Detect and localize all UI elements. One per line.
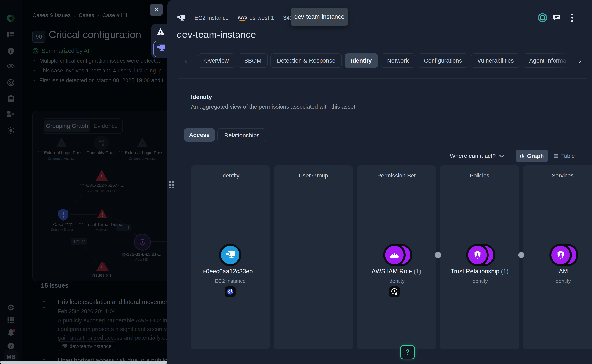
node-type: Identity bbox=[519, 278, 592, 284]
tab-sbom[interactable]: SBOM bbox=[238, 53, 268, 68]
clock-snooze-icon bbox=[391, 288, 398, 295]
divider bbox=[233, 14, 233, 21]
page-title: dev-team-instance bbox=[177, 29, 256, 40]
tab-detection-response[interactable]: Detection & Response bbox=[270, 53, 342, 68]
table-rows-icon bbox=[554, 154, 559, 158]
tab-configurations[interactable]: Configurations bbox=[418, 53, 468, 68]
globe-icon bbox=[227, 288, 234, 295]
section-description: An aggregated view of the permissions as… bbox=[191, 104, 357, 110]
column-user-group: User Group bbox=[274, 165, 353, 350]
panel-resize-handle[interactable] bbox=[169, 181, 174, 188]
graph-node-trust-relationship[interactable] bbox=[466, 244, 489, 266]
identity-shield-icon bbox=[557, 250, 565, 260]
iam-role-hard-hat-icon bbox=[390, 251, 399, 259]
tab-overflow-fade bbox=[552, 52, 576, 69]
ec2-instance-icon bbox=[225, 251, 235, 259]
asset-type-label: EC2 Instance bbox=[195, 15, 229, 21]
toggle-access[interactable]: Access bbox=[184, 128, 215, 142]
panel-actions bbox=[537, 12, 573, 24]
node-name: i-0eec6aa12c33eb... bbox=[187, 268, 273, 275]
help-button[interactable]: ? bbox=[400, 345, 415, 359]
divider bbox=[566, 14, 566, 21]
asset-detail-panel: EC2 Instance aws us-west-1 343059098 dev… bbox=[167, 0, 592, 364]
tab-vulnerabilities[interactable]: Vulnerabilities bbox=[471, 53, 520, 68]
node-type: Identity bbox=[436, 278, 523, 284]
bar-chart-icon bbox=[520, 154, 525, 158]
asset-name-tooltip: dev-team-instance bbox=[291, 8, 348, 26]
chevron-down-icon[interactable] bbox=[499, 154, 504, 157]
tabs-scroll-left-icon[interactable]: ‹ bbox=[185, 57, 187, 65]
public-exposure-badge[interactable] bbox=[225, 286, 235, 297]
section-heading: Identity bbox=[191, 94, 212, 100]
identity-shield-icon bbox=[474, 250, 481, 260]
view-table-button[interactable]: Table bbox=[552, 150, 577, 162]
graph-controls: Where can it act? Graph Table bbox=[450, 150, 577, 162]
divider bbox=[178, 78, 587, 79]
node-type: EC2 Instance bbox=[187, 278, 273, 284]
node-type: Identity bbox=[353, 278, 440, 284]
node-name: Trust Relationship (1) bbox=[436, 268, 523, 275]
edge-connector-dot bbox=[518, 252, 524, 258]
graph-node-aws-iam-role[interactable] bbox=[383, 244, 406, 266]
close-panel-button[interactable]: ✕ bbox=[150, 4, 163, 16]
graph-node-iam[interactable] bbox=[549, 244, 572, 266]
scan-rings-icon[interactable] bbox=[537, 13, 548, 23]
tab-network[interactable]: Network bbox=[381, 53, 415, 68]
edge-connector-dot bbox=[435, 252, 441, 258]
node-name: AWS IAM Role (1) bbox=[353, 268, 440, 275]
aws-logo: aws bbox=[238, 15, 247, 21]
panel-side-tab-rail bbox=[151, 24, 171, 58]
chat-icon[interactable] bbox=[553, 14, 561, 21]
session-duration-badge[interactable] bbox=[389, 286, 400, 297]
modal-dim-overlay[interactable] bbox=[0, 0, 169, 364]
divider bbox=[190, 14, 190, 21]
ec2-instance-icon bbox=[177, 14, 185, 22]
view-graph-button[interactable]: Graph bbox=[516, 150, 548, 162]
tab-bar: Overview SBOM Detection & Response Ident… bbox=[198, 53, 575, 68]
filter-dropdown[interactable]: Where can it act? bbox=[450, 153, 496, 159]
horizontal-scrollbar[interactable] bbox=[0, 361, 167, 364]
toggle-relationships[interactable]: Relationships bbox=[217, 128, 266, 142]
tab-overview[interactable]: Overview bbox=[198, 53, 235, 68]
graph-node-ec2-instance[interactable] bbox=[219, 244, 241, 266]
node-name: IAM bbox=[519, 268, 592, 275]
kebab-menu-icon[interactable] bbox=[571, 13, 573, 22]
tabs-scroll-right-icon[interactable]: › bbox=[579, 57, 581, 65]
app-root: ⚙ ? MB Cases & Issues › Cases › Case #11… bbox=[0, 0, 592, 364]
alerts-tab-warning-icon[interactable] bbox=[156, 28, 165, 37]
divider bbox=[278, 14, 279, 21]
region-group: aws us-west-1 bbox=[238, 15, 274, 21]
asset-tab-ec2-icon[interactable] bbox=[156, 44, 165, 52]
tab-identity[interactable]: Identity bbox=[344, 53, 378, 68]
region-label: us-west-1 bbox=[249, 15, 274, 21]
